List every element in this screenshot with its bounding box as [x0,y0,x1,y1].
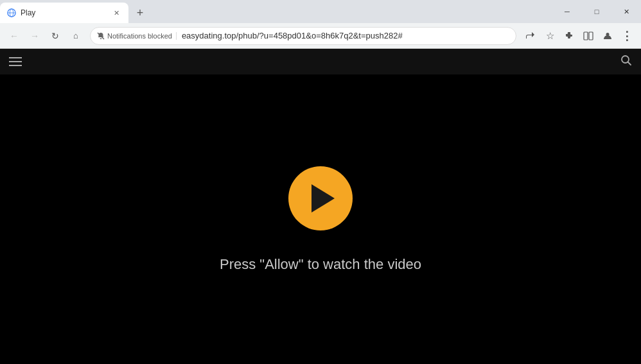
bookmark-button[interactable]: ☆ [541,27,559,45]
extensions-button[interactable] [560,27,578,45]
menu-button[interactable]: ⋮ [618,27,636,45]
back-button[interactable]: ← [5,27,23,45]
profile-icon [602,31,613,41]
svg-rect-5 [589,32,593,40]
toolbar-right: ☆ ⋮ [522,27,636,45]
notifications-blocked-indicator[interactable]: Notifications blocked [97,32,177,40]
forward-button[interactable]: → [26,27,44,45]
address-bar[interactable]: Notifications blocked easydating.top/phu… [90,27,516,45]
reload-button[interactable]: ↻ [46,27,64,45]
video-area: Press "Allow" to watch the video [0,74,641,364]
chrome-window: Play ✕ + ─ □ ✕ ← → ↻ ⌂ [0,0,641,364]
extensions-icon [564,31,574,41]
page-search-button[interactable] [620,55,632,69]
share-button[interactable] [522,27,540,45]
home-button[interactable]: ⌂ [67,27,85,45]
page-search-icon [620,55,632,66]
hamburger-menu-button[interactable] [9,57,22,66]
share-icon [525,31,536,41]
play-icon [312,184,335,212]
tab-close-button[interactable]: ✕ [110,7,122,19]
maximize-button[interactable]: □ [582,0,611,23]
toolbar: ← → ↻ ⌂ Notifications blocked easydating… [0,23,641,49]
new-tab-button[interactable]: + [131,4,149,22]
split-tab-icon [583,31,593,41]
profile-button[interactable] [599,27,617,45]
browser-content: Press "Allow" to watch the video [0,49,641,364]
svg-line-8 [628,62,631,65]
minimize-button[interactable]: ─ [552,0,582,23]
bell-crossed-icon [97,32,105,40]
window-controls: ─ □ ✕ [552,0,641,23]
tab-bar: Play ✕ + ─ □ ✕ [0,0,641,23]
active-tab[interactable]: Play ✕ [0,3,128,23]
split-tab-button[interactable] [579,27,597,45]
url-display: easydating.top/phub/?u=458pd01&o=8h6k7q2… [182,31,509,40]
svg-rect-4 [584,32,588,40]
tab-favicon [6,8,17,18]
page-top-bar [0,49,641,74]
tab-title: Play [21,8,107,17]
close-button[interactable]: ✕ [611,0,641,23]
notifications-blocked-label: Notifications blocked [107,32,172,40]
play-button[interactable] [288,166,353,230]
video-prompt: Press "Allow" to watch the video [220,256,421,273]
